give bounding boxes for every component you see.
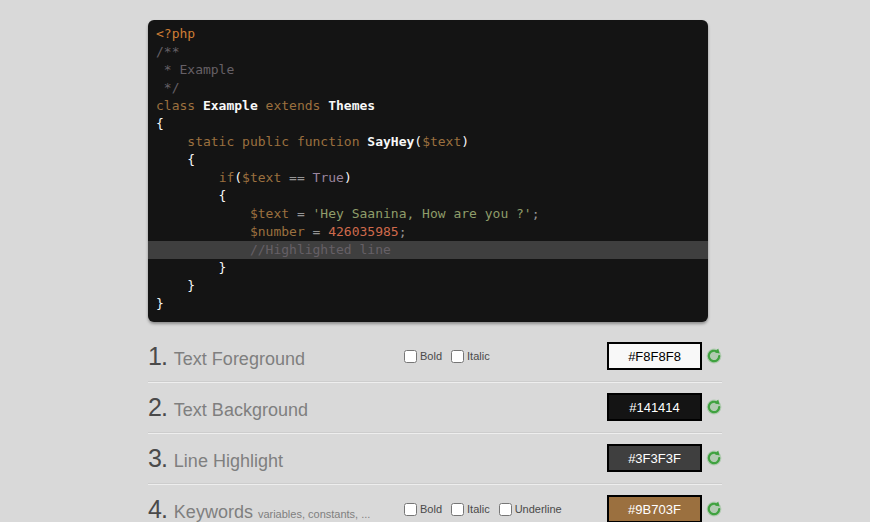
code-token-bold: SayHey — [367, 134, 414, 149]
italic-checkbox-label[interactable]: Italic — [451, 503, 490, 516]
code-token-keyword: extends — [266, 98, 321, 113]
code-token-plain: { — [156, 116, 164, 131]
code-token-tag: <?php — [156, 26, 195, 41]
setting-row-text-background: 2. Text Background — [148, 381, 722, 432]
checkbox-text: Bold — [420, 350, 442, 362]
code-token-comment: */ — [156, 80, 179, 95]
code-token-plain — [156, 224, 250, 239]
theme-editor: <?php/** * Example */class Example exten… — [148, 0, 722, 522]
code-token-plain — [305, 224, 313, 239]
code-token-comment: //Highlighted line — [250, 242, 391, 257]
code-token-plain — [305, 206, 313, 221]
reset-color-icon[interactable] — [706, 450, 722, 466]
checkbox-text: Italic — [467, 503, 490, 515]
color-area — [607, 393, 722, 421]
style-checkboxes: Bold Italic Underline — [404, 503, 571, 516]
setting-row-line-highlight: 3. Line Highlight — [148, 432, 722, 483]
code-token-bold: Example — [203, 98, 258, 113]
code-token-plain — [156, 206, 250, 221]
code-token-plain: ) — [461, 134, 469, 149]
reset-color-icon[interactable] — [706, 399, 722, 415]
code-token-operator: = — [297, 206, 305, 221]
bold-checkbox-label[interactable]: Bold — [404, 503, 442, 516]
bold-checkbox-label[interactable]: Bold — [404, 350, 442, 363]
code-line: <?php — [156, 25, 700, 43]
code-line: } — [156, 277, 700, 295]
code-line: * Example — [156, 61, 700, 79]
row-label-area: 3. Line Highlight — [148, 444, 404, 473]
row-number: 2. — [148, 393, 167, 422]
row-number: 4. — [148, 495, 167, 522]
code-token-plain — [156, 170, 219, 185]
code-token-plain — [289, 206, 297, 221]
code-line: { — [156, 151, 700, 169]
code-token-keyword: static public function — [187, 134, 359, 149]
setting-row-text-foreground: 1. Text Foreground Bold Italic — [148, 331, 722, 381]
code-token-operator: ; — [532, 206, 540, 221]
code-line: static public function SayHey($text) — [156, 133, 700, 151]
code-token-plain — [156, 242, 250, 257]
row-number: 3. — [148, 444, 167, 473]
code-token-keyword: $text — [250, 206, 289, 221]
code-token-comment: /** — [156, 44, 179, 59]
reset-color-icon[interactable] — [706, 501, 722, 517]
color-area — [607, 495, 722, 522]
row-label: Keywords — [174, 502, 253, 522]
row-sublabel: variables, constants, ... — [258, 508, 371, 520]
code-line: { — [156, 187, 700, 205]
underline-checkbox[interactable] — [499, 503, 512, 516]
code-token-constant: True — [313, 170, 344, 185]
setting-row-keywords: 4. Keywords variables, constants, ... Bo… — [148, 483, 722, 522]
code-line: } — [156, 259, 700, 277]
code-line: { — [156, 115, 700, 133]
code-token-operator: == — [289, 170, 305, 185]
code-line: $number = 426035985; — [156, 223, 700, 241]
code-token-plain — [156, 134, 187, 149]
code-token-plain: ( — [414, 134, 422, 149]
row-number: 1. — [148, 342, 167, 371]
code-token-plain: } — [156, 278, 195, 293]
color-value-input[interactable] — [607, 495, 702, 522]
code-line-highlighted: //Highlighted line — [148, 241, 708, 259]
code-line: } — [156, 295, 700, 313]
row-label: Text Background — [174, 400, 308, 421]
code-line: $text = 'Hey Saanina, How are you ?'; — [156, 205, 700, 223]
color-area — [607, 342, 722, 370]
code-line: /** — [156, 43, 700, 61]
row-label-area: 1. Text Foreground — [148, 342, 404, 371]
code-token-keyword: $text — [422, 134, 461, 149]
code-token-comment: * Example — [156, 62, 234, 77]
row-label-area: 4. Keywords variables, constants, ... — [148, 495, 404, 522]
underline-checkbox-label[interactable]: Underline — [499, 503, 562, 516]
settings-list: 1. Text Foreground Bold Italic — [148, 331, 722, 522]
italic-checkbox[interactable] — [451, 503, 464, 516]
row-label: Text Foreground — [174, 349, 305, 370]
code-token-keyword: $text — [242, 170, 281, 185]
row-label: Line Highlight — [174, 451, 283, 472]
reset-color-icon[interactable] — [706, 348, 722, 364]
color-area — [607, 444, 722, 472]
code-preview: <?php/** * Example */class Example exten… — [148, 20, 708, 322]
italic-checkbox[interactable] — [451, 350, 464, 363]
color-value-input[interactable] — [607, 393, 702, 421]
color-value-input[interactable] — [607, 342, 702, 370]
code-token-plain — [281, 170, 289, 185]
code-token-keyword: if — [219, 170, 235, 185]
italic-checkbox-label[interactable]: Italic — [451, 350, 490, 363]
row-label-area: 2. Text Background — [148, 393, 404, 422]
code-token-plain: } — [156, 260, 226, 275]
bold-checkbox[interactable] — [404, 503, 417, 516]
color-value-input[interactable] — [607, 444, 702, 472]
code-token-keyword: class — [156, 98, 195, 113]
code-token-plain: } — [156, 296, 164, 311]
bold-checkbox[interactable] — [404, 350, 417, 363]
code-token-plain: ( — [234, 170, 242, 185]
code-token-number: 426035985 — [328, 224, 398, 239]
code-token-plain — [195, 98, 203, 113]
code-line: if($text == True) — [156, 169, 700, 187]
checkbox-text: Bold — [420, 503, 442, 515]
code-token-keyword: $number — [250, 224, 305, 239]
checkbox-text: Italic — [467, 350, 490, 362]
code-token-plain — [305, 170, 313, 185]
code-token-plain — [258, 98, 266, 113]
